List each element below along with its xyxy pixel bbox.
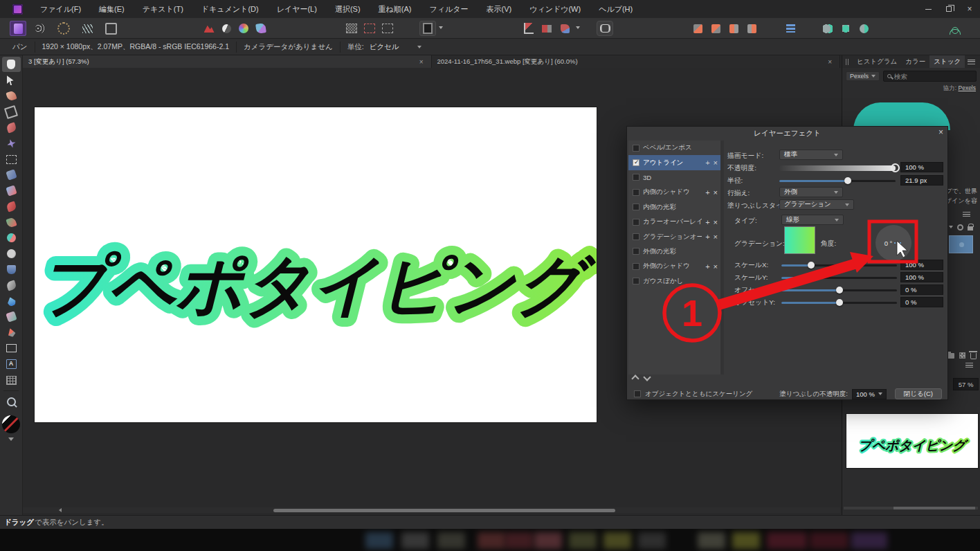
angle-drag-icon[interactable]: [894, 242, 902, 244]
checkbox[interactable]: [633, 189, 639, 196]
add-effect-button[interactable]: +: [705, 233, 709, 240]
pan-tool-icon[interactable]: [2, 57, 21, 72]
checkbox[interactable]: [633, 219, 639, 226]
zoom-tool-icon[interactable]: [2, 395, 21, 410]
snapping-chevron-icon[interactable]: [576, 26, 580, 29]
close-tab-icon[interactable]: ×: [826, 58, 834, 66]
effect-row-outline[interactable]: アウトライン+×: [628, 155, 720, 170]
move-tool-icon[interactable]: [2, 73, 21, 88]
scale-y-value[interactable]: 100 %: [900, 272, 943, 282]
arrange-down-icon[interactable]: [707, 21, 724, 36]
menu-document[interactable]: ドキュメント(D): [192, 0, 268, 18]
close-dialog-button[interactable]: 閉じる(C): [895, 388, 942, 399]
force-pixel-alignment-icon[interactable]: [556, 21, 573, 36]
search-input[interactable]: [894, 73, 972, 80]
mesh-warp-tool-icon[interactable]: [2, 372, 21, 388]
color-picker-tool-icon[interactable]: [2, 89, 21, 104]
arrange-back-icon[interactable]: [689, 21, 706, 36]
layer-thumbnail[interactable]: [949, 235, 973, 253]
account-icon[interactable]: [947, 21, 963, 36]
menu-layer[interactable]: レイヤー(L): [268, 0, 326, 18]
tab-histogram[interactable]: ヒストグラム: [853, 55, 901, 68]
scale-x-value[interactable]: 100 %: [900, 260, 943, 270]
effect-row-outer-shadow[interactable]: 外側のシャドウ+×: [628, 259, 720, 273]
close-window-button[interactable]: ×: [959, 0, 980, 18]
develop-persona-icon[interactable]: [55, 21, 72, 36]
effect-row-gradient-overlay[interactable]: グラデーションオーバーレイ+×: [628, 229, 720, 244]
blur-tool-icon[interactable]: [2, 293, 21, 309]
menu-help[interactable]: ヘルプ(H): [590, 0, 642, 18]
checkbox[interactable]: [633, 204, 639, 210]
alignment-select[interactable]: 外側: [779, 187, 843, 197]
unit-select[interactable]: ピクセル: [364, 41, 427, 53]
menu-arrange[interactable]: 重ね順(A): [370, 0, 421, 18]
slider-knob[interactable]: [836, 299, 843, 306]
effect-row-gaussian-blur[interactable]: ガウスぼかし: [628, 274, 720, 289]
menu-window[interactable]: ウィンドウ(W): [520, 0, 590, 18]
stock-provider-select[interactable]: Pexels: [846, 71, 880, 81]
scrollbar-thumb[interactable]: [273, 509, 615, 512]
checkbox[interactable]: [633, 278, 639, 284]
text-tool-icon[interactable]: [2, 356, 21, 372]
remove-effect-button[interactable]: ×: [714, 159, 718, 166]
tone-mapping-persona-icon[interactable]: [79, 21, 96, 36]
scrollbar-thumb[interactable]: [893, 507, 975, 509]
selection-mode-intersect-icon[interactable]: [379, 21, 396, 36]
add-effect-button[interactable]: +: [705, 189, 709, 196]
paint-brush-tool-icon[interactable]: [2, 199, 21, 214]
trash-icon[interactable]: [970, 353, 977, 359]
scale-x-slider[interactable]: [781, 264, 897, 267]
marquee-tool-icon[interactable]: [2, 152, 21, 167]
assistant-robot-icon[interactable]: [597, 21, 613, 36]
effects-list-scrollbar[interactable]: [720, 141, 724, 374]
liquify-persona-icon[interactable]: [32, 21, 48, 36]
effect-row-inner-glow[interactable]: 内側の光彩: [628, 200, 720, 215]
crop-tool-icon[interactable]: [2, 105, 21, 120]
panel-menu-icon[interactable]: [968, 60, 975, 64]
menu-select[interactable]: 選択(S): [326, 0, 370, 18]
offset-x-value[interactable]: 0 %: [900, 284, 943, 295]
pen-tool-icon[interactable]: [2, 325, 21, 341]
offset-y-value[interactable]: 0 %: [900, 297, 943, 307]
menu-filter[interactable]: フィルター: [420, 0, 477, 18]
gear-icon[interactable]: [957, 224, 963, 231]
checkbox[interactable]: [633, 159, 639, 166]
lock-icon[interactable]: [968, 226, 973, 231]
checkbox[interactable]: [633, 248, 639, 255]
arrange-up-icon[interactable]: [725, 21, 742, 36]
color-swatch[interactable]: [2, 415, 20, 433]
add-effect-button[interactable]: +: [705, 263, 709, 270]
navigator-zoom-value[interactable]: 57 %: [953, 378, 979, 390]
clone-stamp-tool-icon[interactable]: [2, 168, 21, 183]
dodge-tool-icon[interactable]: [2, 309, 21, 325]
menu-file[interactable]: ファイル(F): [31, 0, 90, 18]
snapping-icon[interactable]: [520, 21, 537, 36]
offset-x-slider[interactable]: [781, 289, 897, 291]
checkbox[interactable]: [633, 233, 639, 240]
tab-color[interactable]: カラー: [901, 55, 929, 68]
effect-row-bevel-emboss[interactable]: ベベル/エンボス: [628, 141, 720, 155]
slider-knob[interactable]: [836, 287, 843, 293]
document-canvas[interactable]: プペポタイピング: [35, 107, 597, 422]
scale-with-object-checkbox[interactable]: [634, 390, 641, 397]
minimize-button[interactable]: [918, 0, 938, 18]
add-effect-button[interactable]: +: [705, 219, 709, 226]
tab-stock[interactable]: ストック: [929, 55, 965, 68]
auto-colors-icon[interactable]: [235, 21, 252, 36]
photo-persona-icon[interactable]: [10, 21, 26, 36]
layers-menu-icon[interactable]: [963, 212, 970, 217]
inpainting-tool-icon[interactable]: [2, 262, 21, 278]
fill-style-select[interactable]: グラデーション: [779, 199, 854, 210]
selection-mode-subtract-icon[interactable]: [361, 21, 378, 36]
slider-knob[interactable]: [808, 274, 815, 281]
healing-brush-tool-icon[interactable]: [2, 183, 21, 199]
effect-row-3d[interactable]: 3D: [628, 170, 720, 185]
remove-effect-button[interactable]: ×: [714, 263, 718, 270]
navigator-preview[interactable]: プペポタイピング: [846, 414, 978, 468]
document-tab-1[interactable]: 3 [変更あり] (57.3%) ×: [23, 55, 432, 68]
gradient-swatch[interactable]: [784, 226, 815, 254]
credit-link[interactable]: Pexels: [958, 84, 976, 91]
slider-knob[interactable]: [844, 177, 851, 184]
restore-button[interactable]: [938, 0, 959, 18]
document-tab-2[interactable]: 2024-11-16_17h56_31.webp [変更あり] (60.0%) …: [432, 55, 841, 68]
